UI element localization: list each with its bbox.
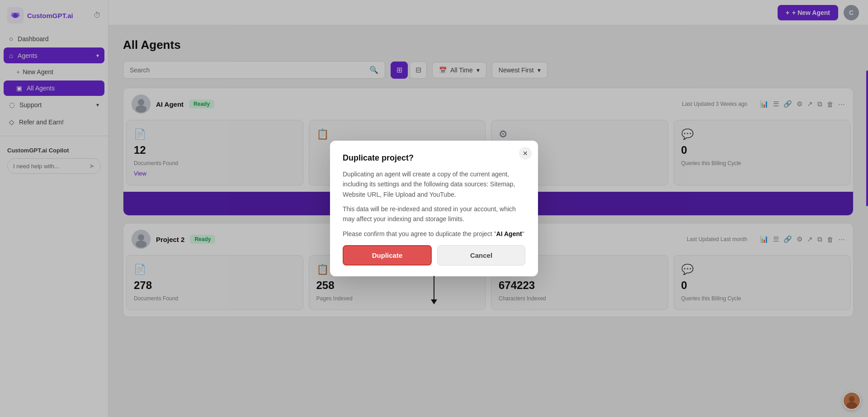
modal-arrow: [431, 276, 437, 304]
arrow-head: [431, 299, 437, 304]
duplicate-modal: ✕ Duplicate project? Duplicating an agen…: [330, 141, 538, 276]
modal-close-button[interactable]: ✕: [519, 147, 532, 160]
modal-body-p2: This data will be re-indexed and stored …: [343, 204, 525, 224]
modal-body: Duplicating an agent will create a copy …: [343, 169, 525, 239]
duplicate-button[interactable]: Duplicate: [343, 245, 432, 265]
modal-actions: Duplicate Cancel: [343, 245, 525, 265]
modal-body-p1: Duplicating an agent will create a copy …: [343, 169, 525, 199]
modal-body-p3: Please confirm that you agree to duplica…: [343, 229, 525, 239]
modal-body-p3-prefix: Please confirm that you agree to duplica…: [343, 230, 496, 237]
modal-overlay: ✕ Duplicate project? Duplicating an agen…: [0, 0, 868, 417]
modal-body-p3-suffix: ": [522, 230, 524, 237]
cancel-button[interactable]: Cancel: [437, 245, 525, 265]
modal-agent-name: AI Agent: [496, 230, 522, 237]
modal-title: Duplicate project?: [343, 153, 525, 163]
arrow-line: [434, 276, 434, 299]
